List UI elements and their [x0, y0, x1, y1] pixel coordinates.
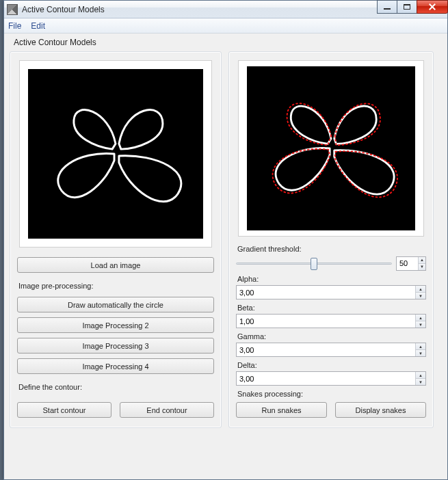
display-snakes-button[interactable]: Display snakes [335, 402, 426, 418]
spinner[interactable]: ▲▼ [415, 372, 425, 385]
result-image [247, 66, 415, 230]
snakes-processing-label: Snakes processing: [237, 390, 426, 398]
gradient-threshold-slider[interactable] [236, 256, 392, 271]
end-contour-button[interactable]: End contour [120, 402, 214, 418]
gamma-field[interactable]: ▲▼ [236, 343, 426, 357]
chevron-down-icon[interactable]: ▼ [416, 350, 425, 356]
alpha-field[interactable]: ▲▼ [236, 285, 426, 299]
beta-label: Beta: [237, 304, 426, 312]
client-area: Active Contour Models [4, 34, 447, 434]
window-controls [378, 0, 448, 14]
run-snakes-button[interactable]: Run snakes [236, 402, 327, 418]
close-button[interactable] [417, 0, 448, 14]
result-image-frame [238, 60, 424, 237]
window-title: Active Contour Models [22, 5, 105, 14]
menu-edit[interactable]: Edit [31, 21, 45, 31]
gamma-input[interactable] [237, 343, 415, 356]
svg-rect-0 [28, 70, 203, 238]
gradient-threshold-input[interactable] [397, 257, 418, 270]
menu-file[interactable]: File [8, 21, 21, 31]
gradient-threshold-value[interactable]: ▲▼ [396, 256, 426, 271]
image-processing-2-button[interactable]: Image Processing 2 [17, 317, 214, 333]
delta-label: Delta: [237, 361, 426, 369]
titlebar[interactable]: Active Contour Models [4, 1, 447, 18]
app-icon [7, 4, 18, 15]
right-panel: Gradient threshold: ▲▼ Alpha: ▲ [228, 51, 434, 428]
spinner[interactable]: ▲▼ [418, 257, 425, 270]
chevron-down-icon[interactable]: ▼ [416, 293, 425, 299]
chevron-up-icon[interactable]: ▲ [416, 315, 425, 321]
chevron-down-icon[interactable]: ▼ [416, 321, 425, 328]
spinner[interactable]: ▲▼ [415, 315, 425, 328]
delta-input[interactable] [237, 372, 415, 385]
image-processing-4-button[interactable]: Image Processing 4 [17, 358, 214, 374]
source-image-frame [19, 60, 212, 248]
beta-field[interactable]: ▲▼ [236, 314, 426, 328]
delta-field[interactable]: ▲▼ [236, 371, 426, 386]
alpha-label: Alpha: [237, 275, 426, 283]
chevron-down-icon[interactable]: ▼ [416, 379, 425, 385]
image-processing-3-button[interactable]: Image Processing 3 [17, 338, 214, 354]
alpha-input[interactable] [237, 286, 415, 299]
spinner[interactable]: ▲▼ [415, 286, 425, 299]
load-image-button[interactable]: Load an image [17, 257, 214, 273]
chevron-up-icon[interactable]: ▲ [416, 343, 425, 350]
source-image [28, 69, 203, 239]
preprocessing-label: Image pre-processing: [18, 282, 214, 290]
chevron-up-icon[interactable]: ▲ [419, 257, 425, 264]
left-panel: Load an image Image pre-processing: Draw… [10, 51, 222, 428]
menubar: File Edit [4, 18, 447, 34]
minimize-button[interactable] [377, 0, 397, 14]
gradient-threshold-label: Gradient threshold: [237, 245, 426, 253]
chevron-up-icon[interactable]: ▲ [416, 286, 425, 293]
draw-circle-button[interactable]: Draw automatically the circle [17, 297, 214, 312]
beta-input[interactable] [237, 315, 415, 328]
gamma-label: Gamma: [237, 332, 426, 341]
app-window: Active Contour Models File Edit Active C… [3, 0, 448, 480]
page-subtitle: Active Contour Models [14, 38, 442, 47]
chevron-down-icon[interactable]: ▼ [419, 264, 425, 270]
spinner[interactable]: ▲▼ [415, 343, 425, 356]
define-contour-label: Define the contour: [18, 383, 214, 391]
chevron-up-icon[interactable]: ▲ [416, 372, 425, 379]
start-contour-button[interactable]: Start contour [17, 402, 111, 418]
svg-rect-1 [247, 68, 415, 230]
maximize-button[interactable] [397, 0, 417, 14]
